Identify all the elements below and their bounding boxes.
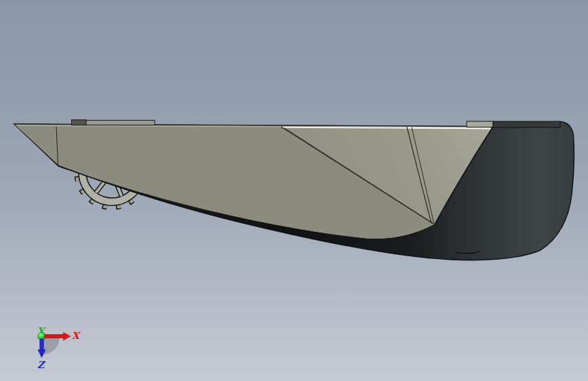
cad-viewport[interactable]: Y X Z	[0, 0, 588, 381]
x-axis-shaft[interactable]	[45, 334, 63, 338]
mount-tab-left[interactable]	[86, 120, 155, 125]
mount-tab-left-block[interactable]	[72, 120, 87, 125]
mount-tab-right-dark[interactable]	[493, 121, 560, 127]
z-axis-shaft[interactable]	[40, 339, 43, 350]
mount-tab-right-light[interactable]	[467, 121, 493, 127]
